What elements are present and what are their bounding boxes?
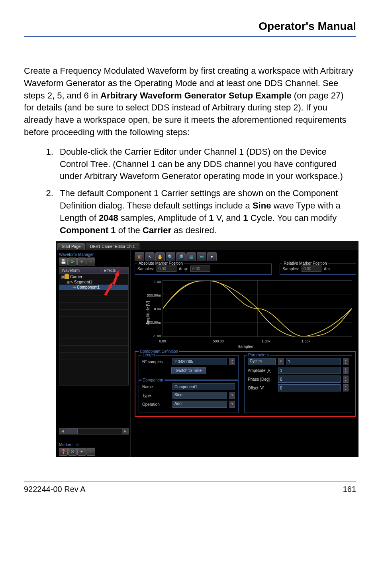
s2-carrier: Carrier	[143, 225, 171, 235]
length-title: Length	[141, 353, 156, 357]
abs-samples-input[interactable]	[157, 265, 176, 272]
ytick-3: -500.00m	[141, 321, 161, 324]
ytick-0: 1.00	[141, 280, 161, 284]
length-group: Length N° samples ▲▼ Switch to Time	[139, 355, 239, 380]
abs-amp-input[interactable]	[190, 265, 210, 272]
scroll-track[interactable]	[66, 429, 122, 434]
fit-icon[interactable]: ▭	[197, 252, 206, 261]
s2-e: samples, Amplitude of	[118, 213, 209, 223]
phase-label: Phase [Deg]	[248, 377, 276, 382]
zoom-out-icon[interactable]: 🔎	[176, 252, 186, 261]
xtick-2: 1.00k	[262, 339, 270, 343]
absolute-marker-group: Absolute Marker Position Samples: Amp:	[135, 264, 272, 275]
cycles-spinner[interactable]: ▲▼	[343, 358, 349, 365]
s2-1c: 1	[243, 213, 248, 223]
scroll-right-icon[interactable]: ▶	[122, 429, 128, 434]
phase-input[interactable]	[278, 376, 341, 383]
s2-comp1: Component 1	[60, 225, 116, 235]
save-icon[interactable]: 💾	[59, 258, 68, 265]
add-icon[interactable]: +	[77, 258, 86, 265]
tree-h-scrollbar[interactable]: ◀ ▶	[59, 428, 129, 435]
phase-spinner[interactable]: ▲▼	[343, 376, 349, 383]
zoom-box-icon[interactable]: ▦	[186, 252, 196, 261]
footer-doc-id: 922244-00 Rev A	[24, 485, 86, 494]
n-samples-input[interactable]	[172, 358, 227, 365]
marker-minus-icon[interactable]: −	[86, 448, 95, 456]
s2-i: Cycle. You can modify	[248, 213, 337, 223]
chevron-down-icon[interactable]: ▼	[229, 392, 235, 399]
chart-plot-area	[163, 280, 352, 337]
scroll-left-icon[interactable]: ◀	[59, 429, 66, 434]
hand-icon[interactable]: ✋	[155, 252, 165, 261]
left-panel: Waveform Manager 💾 ⟳ + − Waveform Effect…	[56, 250, 131, 457]
component-title: Component	[141, 378, 165, 382]
relative-marker-group: Relative Marker Position Samples: Am	[280, 264, 356, 275]
parameters-title: Parameters	[247, 353, 270, 357]
refresh-icon[interactable]: ⟳	[68, 258, 77, 265]
ytick-2: 0.00	[141, 307, 161, 311]
switch-to-time-button[interactable]: Switch to Time	[171, 367, 206, 374]
abs-amp-label: Amp:	[179, 267, 188, 271]
name-input[interactable]	[172, 383, 235, 390]
amplitude-label: Amplitude [V]	[248, 368, 276, 373]
chevron-down-icon[interactable]: ▼	[278, 358, 284, 365]
n-samples-spinner[interactable]: ▲▼	[229, 358, 235, 365]
offset-input[interactable]	[278, 384, 341, 391]
marker-plus-icon[interactable]: +	[77, 448, 86, 456]
app-screenshot: Start Page DEV1 Carrier Editor Ch 1 Wave…	[56, 241, 358, 457]
ytick-4: -1.00	[141, 334, 161, 338]
intro-bold-ref: Arbitrary Waveform Generator Setup Examp…	[100, 90, 292, 100]
s2-2048: 2048	[99, 213, 118, 223]
marker-list-panel: Marker List 📍 ✕ + −	[59, 442, 129, 456]
tab-bar: Start Page DEV1 Carrier Editor Ch 1	[56, 241, 358, 250]
scroll-thumb[interactable]	[66, 429, 78, 434]
marker-add-icon[interactable]: 📍	[59, 448, 68, 456]
s2-g: V, and	[214, 213, 243, 223]
tab-carrier-editor[interactable]: DEV1 Carrier Editor Ch 1	[86, 243, 139, 250]
steps-list: Double-click the Carrier Editor under Ch…	[24, 146, 356, 237]
rel-marker-title: Relative Marker Position	[282, 261, 328, 265]
tree-body: ▣ Carrier ▣ ∿ Segment1 ∿ Component1	[59, 274, 129, 385]
name-label: Name	[142, 385, 170, 389]
ytick-1: 500.00m	[141, 293, 161, 297]
wm-toolbar: 💾 ⟳ + −	[59, 258, 129, 265]
cursor-icon[interactable]: ↖	[145, 252, 155, 261]
cycles-input[interactable]	[286, 358, 341, 365]
rel-samples-input[interactable]	[302, 265, 321, 272]
chevron-down-icon[interactable]: ▼	[229, 401, 235, 408]
type-select[interactable]: Sine	[172, 392, 227, 399]
marker-list-title: Marker List	[59, 442, 129, 447]
rel-amp-label: Am	[324, 267, 330, 271]
abs-marker-title: Absolute Marker Position	[137, 261, 184, 265]
col-waveform[interactable]: Waveform	[59, 267, 102, 273]
parameters-group: Parameters Cycles ▼ ▲▼ Amplitude [V]	[244, 355, 352, 413]
amplitude-spinner[interactable]: ▲▼	[343, 367, 349, 374]
operation-label: Operation	[142, 402, 170, 407]
zoom-in-icon[interactable]: 🔍	[166, 252, 175, 261]
amplitude-input[interactable]	[278, 367, 341, 374]
waveform-manager-title: Waveform Manager	[59, 252, 129, 257]
remove-icon[interactable]: −	[86, 258, 95, 265]
marker-delete-icon[interactable]: ✕	[68, 448, 77, 456]
tab-start-page[interactable]: Start Page	[57, 243, 85, 250]
offset-spinner[interactable]: ▲▼	[343, 384, 349, 391]
cycles-select[interactable]: Cycles	[248, 358, 276, 365]
offset-label: Offset [V]	[248, 386, 276, 390]
operation-select[interactable]: Add	[172, 401, 227, 408]
s2-sine: Sine	[253, 201, 271, 210]
rel-samples-label: Samples:	[282, 267, 299, 271]
waveform-chart: Amplitude [V] 1.00 500.00m 0.00 -500.00m…	[135, 277, 356, 349]
dropdown-icon[interactable]: ▾	[207, 252, 217, 261]
right-panel: ⊞ ↖ ✋ 🔍 🔎 ▦ ▭ ▾ Absolute Marker Position	[131, 250, 358, 457]
s2-1v: 1	[209, 213, 214, 223]
abs-samples-label: Samples:	[137, 267, 154, 271]
xtick-3: 1.50k	[302, 339, 310, 343]
step-1: Double-click the Carrier Editor under Ch…	[56, 146, 356, 183]
ml-toolbar: 📍 ✕ + −	[59, 448, 129, 456]
chart-xlabel: Samples	[238, 344, 253, 349]
type-label: Type	[142, 393, 170, 398]
footer-page-number: 161	[343, 485, 356, 494]
grid-icon[interactable]: ⊞	[135, 252, 144, 261]
step-2: The default Component 1 Carrier settings…	[56, 187, 356, 236]
n-samples-label: N° samples	[142, 360, 170, 364]
